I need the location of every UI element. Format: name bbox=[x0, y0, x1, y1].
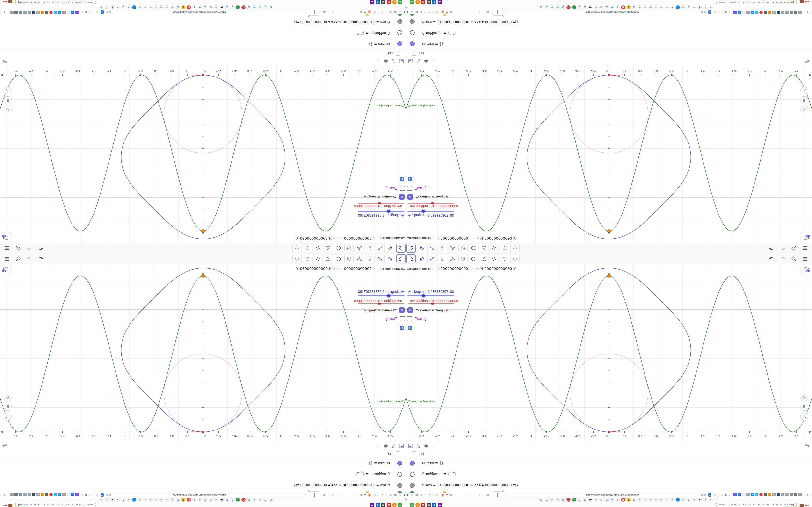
slider-thumb[interactable] bbox=[378, 302, 382, 305]
bookmark-favicon-flake[interactable]: ✳ bbox=[198, 5, 202, 9]
gear-flower-icon[interactable] bbox=[383, 443, 389, 449]
bookmark-favicon-G[interactable]: G bbox=[583, 5, 587, 9]
extension-gear-icon[interactable] bbox=[62, 11, 66, 14]
kebab-menu-icon[interactable]: ⋮ bbox=[810, 493, 812, 496]
arc-length-slider[interactable] bbox=[407, 294, 454, 298]
translate-icon[interactable]: A bbox=[101, 494, 104, 497]
taskbar-orange-circle-icon[interactable]: ● bbox=[392, 503, 397, 507]
visibility-marble-gray-filled[interactable] bbox=[410, 483, 415, 488]
y-logo-icon[interactable]: Y bbox=[406, 493, 409, 497]
extension-shield-down-icon[interactable]: ↓ bbox=[755, 11, 758, 14]
visibility-marble-violet-filled[interactable] bbox=[397, 41, 402, 46]
taskbar-purple-app-icon[interactable]: ◆ bbox=[438, 503, 442, 507]
stylebar-toggle-button[interactable] bbox=[0, 264, 11, 275]
tool-reflect-about-line[interactable] bbox=[313, 243, 322, 253]
taskbar-red-gear-icon[interactable]: ✱ bbox=[387, 0, 391, 4]
extension-shield-gray-icon[interactable] bbox=[28, 493, 31, 496]
tool-angle[interactable] bbox=[323, 254, 333, 264]
extension-globe-gray-icon[interactable] bbox=[23, 493, 27, 496]
taskbar-green-doc-icon[interactable]: ▤ bbox=[410, 0, 414, 4]
translate-icon[interactable]: A bbox=[101, 10, 104, 13]
bookmark-favicon-G[interactable]: G bbox=[263, 498, 267, 502]
arc-position-slider[interactable] bbox=[358, 302, 404, 306]
arc-position-slider[interactable] bbox=[358, 201, 404, 205]
globe-icon[interactable]: ⊕ bbox=[394, 10, 397, 14]
extension-globe-color-icon[interactable] bbox=[41, 493, 44, 496]
kebab-menu-icon[interactable]: ⋮ bbox=[810, 11, 812, 14]
menu-icon[interactable] bbox=[3, 244, 11, 252]
tracing-checkbox[interactable]: Tracing bbox=[407, 186, 426, 191]
gauge-icon[interactable]: ◔ bbox=[428, 493, 430, 497]
extension-wrench-icon[interactable] bbox=[794, 11, 798, 14]
extension-globe-gray-icon[interactable] bbox=[785, 11, 789, 14]
visibility-marble-violet-filled[interactable] bbox=[410, 461, 415, 466]
tab-indicator-dot[interactable]: ◦ bbox=[338, 494, 338, 496]
extension-pencil-icon[interactable] bbox=[733, 11, 737, 14]
extension-shield-gray-icon[interactable] bbox=[781, 11, 784, 14]
bookmark-favicon-flower[interactable]: ✳ bbox=[99, 5, 103, 9]
bookmark-favicon-flower[interactable]: ✳ bbox=[654, 498, 658, 502]
extension-shield-down-icon[interactable]: ↓ bbox=[54, 493, 57, 496]
bookmark-favicon-shieldok[interactable]: ✓ bbox=[572, 498, 576, 502]
home-view-button[interactable] bbox=[4, 394, 11, 401]
tab-indicator-dot[interactable]: ◦ bbox=[346, 11, 347, 13]
menu-icon[interactable] bbox=[3, 255, 11, 263]
bookmark-favicon-flower[interactable]: ✳ bbox=[681, 5, 686, 9]
address-bar[interactable]: https://www.geogebra.org/classic/aagcxh3… bbox=[506, 493, 719, 497]
bookmark-favicon-gear[interactable]: ✱ bbox=[110, 5, 114, 9]
taskbar-green-doc-icon[interactable]: ▤ bbox=[410, 503, 414, 507]
kebab-menu-icon[interactable]: ⋮ bbox=[0, 493, 2, 496]
bookmark-favicon-flower[interactable]: ✳ bbox=[670, 498, 674, 502]
extension-share-icon[interactable] bbox=[790, 11, 793, 14]
forward-arrow-icon[interactable]: → bbox=[89, 10, 92, 14]
taskbar-orange-circle-icon[interactable]: ● bbox=[415, 503, 420, 507]
tool-angle[interactable] bbox=[479, 254, 489, 264]
undo-button[interactable] bbox=[768, 255, 775, 263]
zoom-in-button[interactable] bbox=[801, 97, 808, 104]
globe-icon[interactable]: ⊕ bbox=[376, 493, 379, 497]
gauge-icon[interactable]: ◔ bbox=[424, 493, 426, 497]
globe-icon[interactable]: ⊕ bbox=[450, 10, 453, 14]
step-animation-button[interactable] bbox=[406, 325, 414, 331]
extension-pencil-icon[interactable] bbox=[75, 493, 79, 496]
algebra-panel-toggle-icon[interactable] bbox=[804, 58, 811, 64]
bookmark-favicon-f[interactable]: f bbox=[703, 498, 707, 502]
step-animation-button[interactable] bbox=[398, 176, 406, 182]
bookmark-favicon-flake[interactable]: ✳ bbox=[252, 498, 256, 502]
bookmark-favicon-G[interactable]: G bbox=[605, 5, 609, 9]
bookmark-favicon-G[interactable]: G bbox=[545, 498, 549, 502]
bookmark-favicon-flower[interactable]: ✳ bbox=[214, 5, 218, 9]
extension-oval-icon[interactable] bbox=[742, 11, 745, 14]
extension-shield-down-icon[interactable]: ↓ bbox=[54, 11, 57, 14]
checkbox-checked-icon[interactable]: ✓ bbox=[407, 194, 413, 200]
bookmark-favicon-flower[interactable]: ✳ bbox=[214, 498, 218, 502]
bookmark-favicon-image[interactable]: ▲ bbox=[181, 5, 185, 9]
firefox-icon[interactable]: ◉ bbox=[368, 10, 371, 14]
search-icon[interactable] bbox=[790, 244, 798, 252]
gauge-icon[interactable]: ◔ bbox=[428, 10, 430, 14]
bookmark-favicon-flower[interactable]: ✳ bbox=[126, 498, 131, 502]
tool-point[interactable]: A bbox=[417, 254, 426, 264]
extension-globe-color-icon[interactable] bbox=[41, 11, 44, 14]
bookmark-favicon-flower[interactable]: ✳ bbox=[143, 498, 147, 502]
extension-gear-icon[interactable] bbox=[799, 493, 802, 496]
extension-translate-a-icon[interactable]: A bbox=[71, 493, 74, 496]
extension-gear-icon[interactable] bbox=[10, 493, 13, 496]
bookmark-favicon-flake[interactable]: ✳ bbox=[610, 498, 614, 502]
bookmark-favicon-G[interactable]: G bbox=[121, 498, 125, 502]
algebra-row[interactable]: curves = {} bbox=[406, 38, 812, 49]
extension-plus-circle-icon[interactable]: + bbox=[751, 11, 754, 14]
algebra-settings-icon[interactable] bbox=[398, 443, 405, 449]
extension-translate-a-icon[interactable]: A bbox=[738, 493, 741, 496]
algebra-row[interactable]: funcs = {1.000000000000 + cos(4.00000000… bbox=[0, 16, 406, 27]
bookmark-favicon-G[interactable]: G bbox=[605, 498, 609, 502]
bookmark-favicon-image[interactable]: ▲ bbox=[627, 498, 631, 502]
bookmark-favicon-f[interactable]: f bbox=[105, 5, 109, 9]
tool-perpendicular-line[interactable] bbox=[438, 243, 447, 253]
slider-thumb[interactable] bbox=[421, 209, 426, 214]
bookmark-favicon-f[interactable]: f bbox=[703, 5, 707, 9]
extension-red-dot-icon[interactable] bbox=[49, 11, 53, 14]
visibility-marble-white-unfilled[interactable] bbox=[397, 30, 402, 35]
visibility-marble-violet-filled[interactable] bbox=[397, 461, 402, 466]
tab-indicator-square[interactable]: ▢ bbox=[340, 11, 343, 13]
